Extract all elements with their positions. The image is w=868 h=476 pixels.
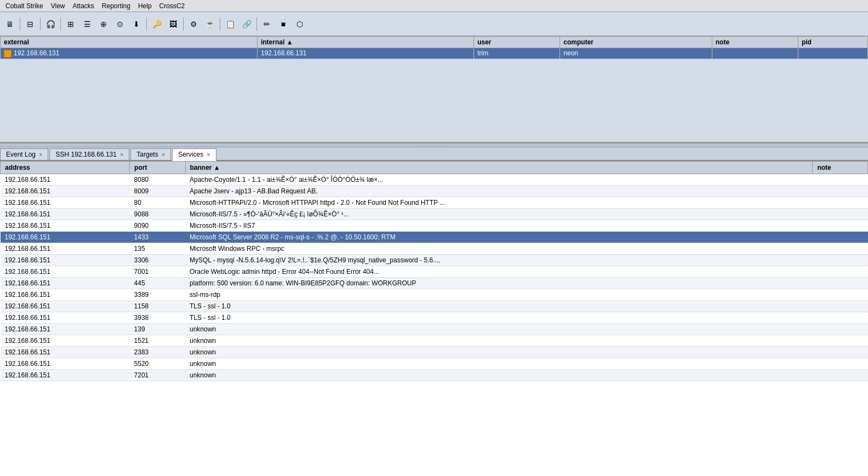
- services-row[interactable]: 192.168.66.1513389ssl-ms-rdp: [1, 289, 868, 301]
- services-row[interactable]: 192.168.66.151445platform: 500 version: …: [1, 278, 868, 289]
- beacon-col-user[interactable]: user: [474, 37, 560, 48]
- beacon-col-external[interactable]: external: [1, 37, 258, 48]
- tab-targets[interactable]: Targets×: [130, 148, 171, 160]
- services-cell-port: 139: [130, 324, 185, 335]
- menu-item-help[interactable]: Help: [135, 1, 155, 11]
- services-container[interactable]: addressportbanner ▲note 192.168.66.15180…: [0, 161, 868, 476]
- toolbar-separator: [220, 18, 220, 31]
- toolbar: 🖥⊟🎧⊞☰⊕⊙⬇🔑🖼⚙☕📋🔗✏■⬡: [0, 12, 868, 36]
- services-row[interactable]: 192.168.66.1511433Microsoft SQL Server 2…: [1, 232, 868, 243]
- services-row[interactable]: 192.168.66.1519088Microsoft-IIS/7.5 - »¶…: [1, 209, 868, 220]
- services-col-port[interactable]: port: [130, 162, 185, 174]
- services-row[interactable]: 192.168.66.1512383unknown: [1, 347, 868, 358]
- menu-item-crossc2[interactable]: CrossC2: [156, 1, 189, 11]
- list-icon[interactable]: ☰: [79, 16, 95, 32]
- services-cell-note: [813, 358, 868, 370]
- services-row[interactable]: 192.168.66.1518080Apache-Coyote/1.1 - 1.…: [1, 174, 868, 186]
- headset-icon[interactable]: 🎧: [43, 16, 58, 32]
- targets-toolbar-icon[interactable]: ⊙: [112, 16, 128, 32]
- services-col-note[interactable]: note: [813, 162, 868, 174]
- services-row[interactable]: 192.168.66.1517201unknown: [1, 370, 868, 381]
- services-row[interactable]: 192.168.66.1513938TLS - ssl - 1.0: [1, 312, 868, 324]
- services-col-address[interactable]: address: [1, 162, 130, 174]
- services-col-banner[interactable]: banner ▲: [185, 162, 813, 174]
- services-cell-address: 192.168.66.151: [1, 347, 130, 358]
- square-icon[interactable]: ■: [276, 16, 291, 32]
- services-row[interactable]: 192.168.66.151139unknown: [1, 324, 868, 335]
- services-cell-banner: unknown: [185, 347, 813, 358]
- beacon-cell-internal: 192.168.66.131: [257, 48, 473, 59]
- tab-close-targets[interactable]: ×: [162, 152, 165, 158]
- tab-event-log[interactable]: Event Log×: [0, 148, 48, 160]
- navigate-icon[interactable]: ⊕: [96, 16, 111, 32]
- services-cell-note: [813, 335, 868, 347]
- services-cell-address: 192.168.66.151: [1, 243, 130, 255]
- services-cell-address: 192.168.66.151: [1, 255, 130, 266]
- services-row[interactable]: 192.168.66.1511158TLS - ssl - 1.0: [1, 301, 868, 312]
- beacon-cell-external: 192.168.66.131: [1, 48, 258, 59]
- services-cell-address: 192.168.66.151: [1, 324, 130, 335]
- services-cell-banner: Apache-Coyote/1.1 - 1.1 - ai±¾Ê×Ò° ai±¾Ê…: [185, 174, 813, 186]
- menu-item-attacks[interactable]: Attacks: [70, 1, 98, 11]
- services-cell-address: 192.168.66.151: [1, 220, 130, 232]
- listeners-icon[interactable]: ⊞: [63, 16, 78, 32]
- image-icon[interactable]: 🖼: [165, 16, 181, 32]
- settings-icon[interactable]: ⚙: [186, 16, 201, 32]
- new-connection-icon[interactable]: 🖥: [2, 16, 18, 32]
- beacon-col-internal-[interactable]: internal ▲: [257, 37, 473, 48]
- download-icon[interactable]: ⬇: [129, 16, 144, 32]
- cube-icon[interactable]: ⬡: [292, 16, 307, 32]
- menu-item-view[interactable]: View: [48, 1, 68, 11]
- tab-close-event-log[interactable]: ×: [39, 152, 42, 158]
- key-icon[interactable]: 🔑: [149, 16, 164, 32]
- services-cell-port: 3306: [130, 255, 185, 266]
- toolbar-separator: [60, 18, 61, 31]
- pen-icon[interactable]: ✏: [259, 16, 275, 32]
- services-cell-port: 3938: [130, 312, 185, 324]
- beacon-col-pid[interactable]: pid: [798, 37, 867, 48]
- beacon-col-note[interactable]: note: [712, 37, 798, 48]
- services-row[interactable]: 192.168.66.1515520unknown: [1, 358, 868, 370]
- services-cell-banner: Microsoft-IIS/7.5 - IIS7: [185, 220, 813, 232]
- disconnect-icon[interactable]: ⊟: [22, 16, 38, 32]
- toolbar-separator: [183, 18, 184, 31]
- beacon-table: externalinternal ▲usercomputernotepid 19…: [0, 36, 868, 59]
- services-cell-banner: TLS - ssl - 1.0: [185, 312, 813, 324]
- services-row[interactable]: 192.168.66.1513306MySQL - mysql -N.5.6.1…: [1, 255, 868, 266]
- resize-handle[interactable]: · · · · ·: [0, 143, 868, 147]
- services-cell-port: 8080: [130, 174, 185, 186]
- beacon-col-computer[interactable]: computer: [560, 37, 712, 48]
- tab-close-services[interactable]: ×: [207, 152, 210, 158]
- services-cell-note: [813, 324, 868, 335]
- services-cell-port: 7001: [130, 266, 185, 278]
- services-cell-address: 192.168.66.151: [1, 335, 130, 347]
- services-cell-address: 192.168.66.151: [1, 186, 130, 197]
- services-cell-banner: Microsoft-HTTPAPI/2.0 - Microsoft HTTPAP…: [185, 197, 813, 209]
- services-row[interactable]: 192.168.66.151135Microsoft Windows RPC -…: [1, 243, 868, 255]
- toolbar-separator: [256, 18, 257, 31]
- services-cell-address: 192.168.66.151: [1, 209, 130, 220]
- services-row[interactable]: 192.168.66.1511521unknown: [1, 335, 868, 347]
- tab-ssh[interactable]: SSH 192.168.66.131×: [49, 148, 129, 160]
- services-cell-note: [813, 266, 868, 278]
- services-cell-port: 8009: [130, 186, 185, 197]
- services-cell-banner: unknown: [185, 358, 813, 370]
- services-row[interactable]: 192.168.66.15180Microsoft-HTTPAPI/2.0 - …: [1, 197, 868, 209]
- services-cell-address: 192.168.66.151: [1, 312, 130, 324]
- services-cell-banner: unknown: [185, 335, 813, 347]
- coffee-icon[interactable]: ☕: [202, 16, 218, 32]
- menu-item-cobalt-strike[interactable]: Cobalt Strike: [2, 1, 47, 11]
- bottom-panel: Event Log×SSH 192.168.66.131×Targets×Ser…: [0, 147, 868, 476]
- tab-services[interactable]: Services×: [172, 148, 216, 161]
- services-cell-banner: Apache Jserv - ajp13 - AB.Bad Request AB…: [185, 186, 813, 197]
- services-row[interactable]: 192.168.66.1517001Oracle WebLogic admin …: [1, 266, 868, 278]
- copy-icon[interactable]: 📋: [222, 16, 238, 32]
- beacon-row[interactable]: 192.168.66.131192.168.66.131trimneon: [1, 48, 868, 59]
- services-row[interactable]: 192.168.66.1518009Apache Jserv - ajp13 -…: [1, 186, 868, 197]
- tab-label-event-log: Event Log: [6, 151, 36, 158]
- services-cell-address: 192.168.66.151: [1, 370, 130, 381]
- services-row[interactable]: 192.168.66.1519090Microsoft-IIS/7.5 - II…: [1, 220, 868, 232]
- menu-item-reporting[interactable]: Reporting: [99, 1, 134, 11]
- tab-close-ssh[interactable]: ×: [120, 152, 123, 158]
- link-icon[interactable]: 🔗: [239, 16, 254, 32]
